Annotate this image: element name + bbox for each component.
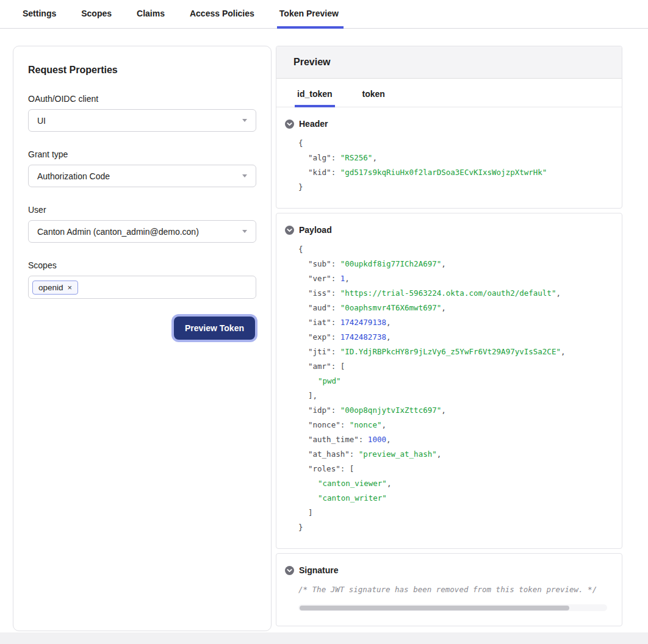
scope-chip-label: openid: [38, 283, 63, 292]
preview-panel: Preview id_token token Header {"alg": "R…: [276, 46, 622, 626]
scopes-label: Scopes: [28, 260, 256, 270]
header-json: {"alg": "RS256","kid": "gd517s9kqRiuHx0f…: [285, 132, 613, 195]
code-line: "at_hash": "preview_at_hash",: [298, 447, 607, 462]
tab-id-token[interactable]: id_token: [296, 79, 334, 107]
field-scopes: Scopes openid ×: [28, 260, 256, 299]
grant-type-value: Authorization Code: [37, 171, 110, 181]
code-line: "aud": "0oaphsmvr4T6X6mwt697",: [298, 301, 607, 315]
user-label: User: [28, 205, 256, 215]
horizontal-scrollbar-thumb[interactable]: [300, 606, 569, 610]
signature-section-toggle[interactable]: Signature: [285, 565, 613, 575]
signature-box: Signature /* The JWT signature has been …: [276, 553, 622, 626]
oauth-client-label: OAuth/OIDC client: [28, 94, 256, 104]
code-line: ]: [298, 506, 607, 520]
scopes-input[interactable]: openid ×: [28, 276, 256, 299]
payload-box: Payload {"sub": "00upkdf8ig77ICh2A697","…: [276, 213, 622, 549]
code-line: }: [298, 180, 607, 195]
preview-token-button[interactable]: Preview Token: [174, 317, 255, 340]
chevron-down-icon: [242, 119, 247, 122]
token-preview-page: Request Properties OAuth/OIDC client UI …: [13, 46, 622, 631]
code-line: "canton_writer": [298, 491, 607, 506]
user-value: Canton Admin (canton_admin@demo.con): [37, 227, 199, 237]
field-user: User Canton Admin (canton_admin@demo.con…: [28, 205, 256, 243]
payload-section-toggle[interactable]: Payload: [285, 225, 613, 235]
app-tab-bar: Settings Scopes Claims Access Policies T…: [0, 0, 648, 29]
field-oauth-client: OAuth/OIDC client UI: [28, 94, 256, 132]
scope-chip-openid: openid ×: [32, 281, 78, 295]
signature-section: Signature /* The JWT signature has been …: [276, 554, 622, 626]
code-line: "sub": "00upkdf8ig77ICh2A697",: [298, 257, 607, 271]
field-grant-type: Grant type Authorization Code: [28, 149, 256, 187]
code-line: "roles": [: [298, 462, 607, 476]
code-line: {: [298, 242, 607, 257]
tab-scopes[interactable]: Scopes: [80, 9, 113, 28]
preview-title: Preview: [276, 46, 622, 79]
preview-box-top: Preview id_token token Header {"alg": "R…: [276, 46, 622, 209]
chevron-down-icon: [242, 174, 247, 177]
code-line: "exp": 1742482738,: [298, 330, 607, 345]
horizontal-scrollbar-track: [298, 604, 607, 611]
code-line: "ver": 1,: [298, 271, 607, 286]
code-line: {: [298, 136, 607, 151]
collapse-chevron-icon: [285, 566, 294, 575]
code-line: }: [298, 520, 607, 535]
token-type-tabs: id_token token: [276, 79, 622, 107]
code-line: "kid": "gd517s9kqRiuHx0f2larDSoa3ECvKIxs…: [298, 165, 607, 180]
button-row: Preview Token: [28, 317, 256, 340]
code-line: "idp": "00op8qnjytvIxZttc697",: [298, 403, 607, 418]
header-section-title: Header: [299, 119, 328, 129]
payload-json: {"sub": "00upkdf8ig77ICh2A697","ver": 1,…: [285, 238, 613, 535]
code-line: "iss": "https://trial-5963224.okta.com/o…: [298, 286, 607, 301]
grant-type-label: Grant type: [28, 149, 256, 159]
oauth-client-select[interactable]: UI: [28, 109, 256, 132]
code-line: "auth_time": 1000,: [298, 432, 607, 447]
code-line: "iat": 1742479138,: [298, 315, 607, 330]
code-line: "nonce": "nonce",: [298, 418, 607, 432]
user-select[interactable]: Canton Admin (canton_admin@demo.con): [28, 220, 256, 243]
request-properties-title: Request Properties: [28, 65, 256, 76]
tab-settings[interactable]: Settings: [21, 9, 57, 28]
signature-section-title: Signature: [299, 565, 339, 575]
grant-type-select[interactable]: Authorization Code: [28, 165, 256, 187]
collapse-chevron-icon: [285, 226, 294, 235]
remove-scope-icon[interactable]: ×: [68, 284, 73, 292]
signature-comment: /* The JWT signature has been removed fr…: [285, 579, 613, 597]
request-properties-card: Request Properties OAuth/OIDC client UI …: [13, 46, 272, 631]
code-line: "amr": [: [298, 359, 607, 374]
header-section-toggle[interactable]: Header: [285, 119, 613, 129]
code-line: "pwd": [298, 374, 607, 388]
tab-claims[interactable]: Claims: [135, 9, 166, 28]
chevron-down-icon: [242, 230, 247, 233]
collapse-chevron-icon: [285, 120, 294, 129]
code-line: "alg": "RS256",: [298, 151, 607, 165]
tab-token[interactable]: token: [361, 79, 386, 107]
payload-section-title: Payload: [299, 225, 332, 235]
code-line: /* The JWT signature has been removed fr…: [298, 582, 607, 597]
page-footer-strip: [0, 632, 648, 644]
oauth-client-value: UI: [37, 116, 46, 126]
header-section: Header {"alg": "RS256","kid": "gd517s9kq…: [276, 107, 622, 208]
code-line: "canton_viewer",: [298, 476, 607, 491]
tab-token-preview[interactable]: Token Preview: [278, 9, 340, 28]
code-line: "jti": "ID.YdjRBPkcHY8r9jLzVy6_z5YwFr6Vt…: [298, 345, 607, 359]
tab-access-policies[interactable]: Access Policies: [189, 9, 256, 28]
code-line: ],: [298, 388, 607, 403]
payload-section: Payload {"sub": "00upkdf8ig77ICh2A697","…: [276, 213, 622, 548]
